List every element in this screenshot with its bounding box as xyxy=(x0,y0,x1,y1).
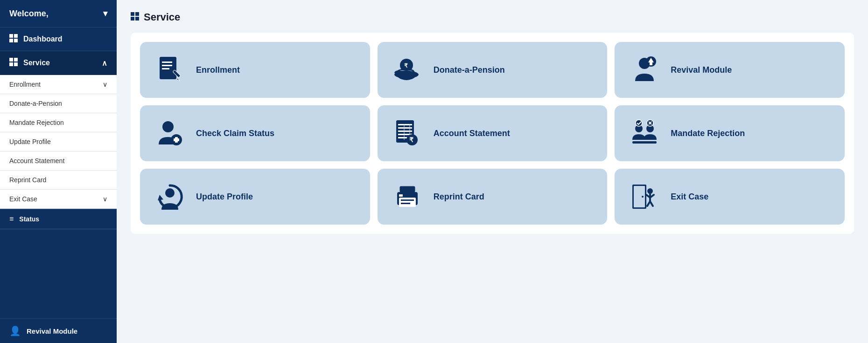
welcome-chevron: ▾ xyxy=(103,8,107,19)
svg-text:₹: ₹ xyxy=(404,62,408,69)
exit-case-label: Exit Case xyxy=(671,192,708,202)
sidebar: Welcome, ▾ Dashboard Service ∧ Enrollmen… xyxy=(0,0,117,343)
card-enrollment[interactable]: Enrollment xyxy=(140,42,370,98)
svg-point-15 xyxy=(162,121,174,132)
svg-rect-44 xyxy=(400,186,415,192)
sidebar-item-service[interactable]: Service ∧ xyxy=(0,51,117,75)
enrollment-label: Enrollment xyxy=(196,65,240,75)
service-grid: Enrollment ₹ ₹ Donate-a-Pension xyxy=(131,33,854,234)
service-chevron-icon: ∧ xyxy=(102,59,107,68)
service-label: Service xyxy=(23,59,50,67)
page-title-grid-icon xyxy=(131,12,139,22)
svg-rect-41 xyxy=(401,199,414,201)
reprint-card-label: Reprint Card xyxy=(434,192,484,202)
enrollment-chevron-icon: ∨ xyxy=(103,81,107,88)
card-exit-case[interactable]: Exit Case xyxy=(615,169,845,225)
account-statement-label: Account Statement xyxy=(434,129,510,138)
svg-text:₹: ₹ xyxy=(409,136,413,144)
update-profile-label: Update Profile xyxy=(196,192,253,202)
sidebar-item-exit-case[interactable]: Exit Case ∨ xyxy=(0,190,117,209)
svg-point-53 xyxy=(642,196,644,198)
main-content: Service Enrollment xyxy=(117,0,868,343)
sidebar-item-enrollment[interactable]: Enrollment ∨ xyxy=(0,75,117,94)
revival-label: Revival Module xyxy=(27,327,77,335)
svg-rect-2 xyxy=(162,65,172,66)
svg-rect-40 xyxy=(399,198,416,207)
enrollment-icon xyxy=(153,53,187,87)
mandate-rejection-icon xyxy=(628,117,661,150)
revival-module-label: Revival Module xyxy=(671,65,732,75)
sidebar-item-mandate-rejection[interactable]: Mandate Rejection xyxy=(0,113,117,132)
revival-person-icon: 👤 xyxy=(9,325,21,336)
dashboard-icon xyxy=(9,34,18,44)
sidebar-item-update-profile[interactable]: Update Profile xyxy=(0,132,117,151)
page-title: Service xyxy=(144,11,180,23)
welcome-label: Welcome, xyxy=(9,9,49,19)
svg-line-52 xyxy=(647,201,650,206)
svg-rect-14 xyxy=(650,62,652,65)
donate-pension-label: Donate-a-Pension xyxy=(434,65,505,75)
page-title-bar: Service xyxy=(131,11,854,23)
exit-case-chevron-icon: ∨ xyxy=(103,195,107,203)
exit-case-icon xyxy=(628,180,661,213)
check-claim-label: Check Claim Status xyxy=(196,129,274,138)
svg-rect-3 xyxy=(162,68,169,69)
card-donate-a-pension[interactable]: ₹ ₹ Donate-a-Pension xyxy=(378,42,608,98)
card-account-statement[interactable]: ₹ Account Statement xyxy=(378,105,608,161)
sidebar-item-donate-a-pension[interactable]: Donate-a-Pension xyxy=(0,94,117,113)
card-mandate-rejection[interactable]: Mandate Rejection xyxy=(615,105,845,161)
sidebar-item-status[interactable]: ≡ Status xyxy=(0,209,117,229)
card-update-profile[interactable]: Update Profile xyxy=(140,169,370,225)
svg-point-31 xyxy=(636,120,642,126)
sidebar-item-account-statement[interactable]: Account Statement xyxy=(0,151,117,171)
sidebar-item-dashboard[interactable]: Dashboard xyxy=(0,27,117,51)
svg-marker-5 xyxy=(176,78,180,81)
svg-rect-1 xyxy=(162,62,172,63)
svg-rect-35 xyxy=(632,141,657,144)
service-grid-icon xyxy=(9,58,18,68)
svg-rect-18 xyxy=(174,138,179,141)
revival-icon xyxy=(628,53,661,87)
svg-point-36 xyxy=(165,188,175,198)
reprint-card-icon xyxy=(391,180,424,213)
sidebar-item-revival[interactable]: 👤 Revival Module xyxy=(0,318,117,343)
svg-rect-43 xyxy=(399,194,403,197)
update-profile-icon xyxy=(153,180,187,213)
check-claim-icon xyxy=(153,117,187,150)
card-check-claim-status[interactable]: Check Claim Status xyxy=(140,105,370,161)
status-bar-icon: ≡ xyxy=(9,215,14,223)
donate-pension-icon: ₹ ₹ xyxy=(391,53,424,87)
sidebar-welcome[interactable]: Welcome, ▾ xyxy=(0,0,117,27)
dashboard-label: Dashboard xyxy=(23,35,63,43)
mandate-rejection-label: Mandate Rejection xyxy=(671,129,745,138)
card-revival-module[interactable]: Revival Module xyxy=(615,42,845,98)
svg-rect-25 xyxy=(404,124,405,140)
svg-rect-42 xyxy=(401,203,410,204)
sidebar-item-reprint-card[interactable]: Reprint Card xyxy=(0,171,117,190)
status-label: Status xyxy=(19,215,39,223)
sidebar-sub-menu: Enrollment ∨ Donate-a-Pension Mandate Re… xyxy=(0,75,117,209)
svg-rect-24 xyxy=(398,137,407,138)
account-statement-icon: ₹ xyxy=(391,117,424,150)
svg-marker-37 xyxy=(158,195,163,200)
card-reprint-card[interactable]: Reprint Card xyxy=(378,169,608,225)
